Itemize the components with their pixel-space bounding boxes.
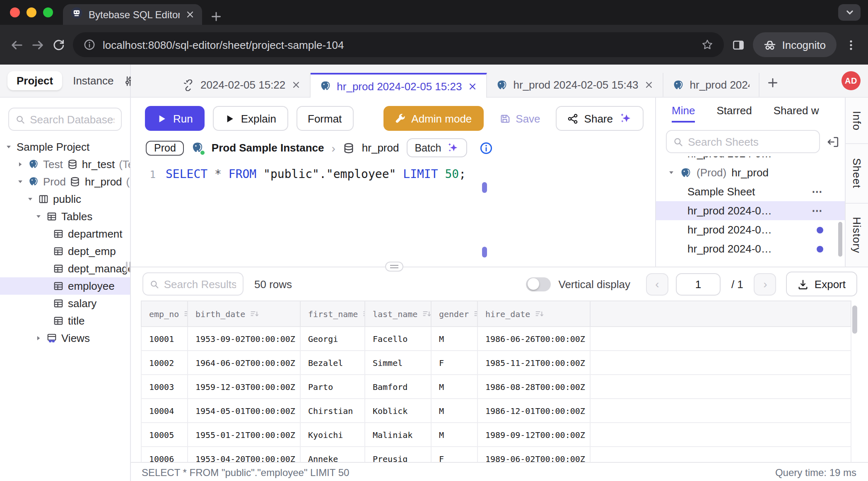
tree-item-dept_manager[interactable]: dept_manager: [0, 260, 130, 277]
tree-item-hr_test[interactable]: Testhr_test(Test…: [0, 156, 130, 173]
query-tab-2[interactable]: hr_prod 2024-02-05 15:23: [310, 73, 487, 98]
format-button[interactable]: Format: [296, 106, 353, 131]
query-tab-3[interactable]: hr_prod 2024-02-05 15:43: [487, 73, 663, 97]
sheet-item-2[interactable]: Sample Sheet⋯: [656, 182, 845, 201]
close-window-button[interactable]: [10, 7, 20, 17]
query-tab-1[interactable]: 2024-02-05 15:22: [174, 73, 310, 97]
sidebar-tab-project[interactable]: Project: [7, 71, 62, 90]
share-button[interactable]: Share: [556, 106, 644, 131]
query-tab-4[interactable]: hr_prod 2024-0: [663, 73, 760, 97]
table-row[interactable]: 100021964-06-02T00:00:00ZBezalelSimmelF1…: [142, 351, 851, 375]
table-row[interactable]: 100061953-04-20T00:00:00ZAnnekePreusigF1…: [142, 447, 851, 462]
new-query-tab-button[interactable]: [767, 77, 779, 88]
side-tab-Sheet[interactable]: Sheet: [846, 144, 868, 204]
column-header-emp_no[interactable]: emp_no: [142, 301, 188, 326]
sheet-scrollbar[interactable]: [838, 222, 842, 257]
results-table-header: emp_nobirth_datefirst_namelast_namegende…: [141, 301, 851, 327]
browser-tab[interactable]: Bytebase SQL Editor: [63, 4, 202, 25]
database-search: [8, 108, 122, 131]
vertical-display-toggle[interactable]: [526, 277, 551, 291]
column-header-gender[interactable]: gender: [432, 301, 478, 326]
table-cell: Chirstian: [301, 399, 365, 423]
column-header-birth_date[interactable]: birth_date: [188, 301, 301, 326]
breadcrumb-database[interactable]: hr_prod: [362, 142, 399, 154]
collapse-panel-icon[interactable]: [827, 135, 839, 148]
side-tab-Info[interactable]: Info: [846, 98, 868, 144]
sheet-tab-Mine[interactable]: Mine: [672, 104, 695, 123]
table-cell: 1953-04-20T00:00:00Z: [188, 447, 301, 462]
results-search-input[interactable]: [164, 278, 236, 290]
run-button[interactable]: Run: [145, 106, 205, 131]
tree-item-title[interactable]: title: [0, 312, 130, 329]
sheet-group[interactable]: (Prod)hr_prod: [656, 163, 845, 182]
info-icon[interactable]: [479, 141, 492, 154]
panel-resize-handle[interactable]: [385, 262, 403, 272]
column-header-hire_date[interactable]: hire_date: [478, 301, 591, 326]
tree-item-department[interactable]: department: [0, 225, 130, 243]
sheet-item-0[interactable]: hr_prod 2024-0…: [656, 156, 845, 163]
zoom-window-button[interactable]: [43, 7, 53, 17]
column-header-last_name[interactable]: last_name: [365, 301, 432, 326]
page-input[interactable]: [676, 273, 721, 295]
tree-item-Tables[interactable]: Tables: [0, 208, 130, 225]
tree-item-salary[interactable]: salary: [0, 295, 130, 312]
incognito-badge[interactable]: Incognito: [753, 32, 837, 57]
caret-down-icon: [5, 143, 12, 151]
split-view-icon[interactable]: [732, 38, 745, 51]
save-button[interactable]: Save: [492, 106, 547, 131]
tree-item-hr_prod[interactable]: Prodhr_prod(Pr…: [0, 173, 130, 190]
reload-icon[interactable]: [52, 38, 65, 51]
sheet-tab-Starred[interactable]: Starred: [716, 104, 752, 123]
table-cell: M: [432, 423, 478, 447]
sheet-tab-Shared w[interactable]: Shared w: [774, 104, 819, 123]
browser-menu-icon[interactable]: [845, 38, 857, 51]
url-bar[interactable]: localhost:8080/sql-editor/sheet/project-…: [73, 32, 724, 57]
table-icon: [46, 211, 57, 222]
forward-icon[interactable]: [31, 38, 44, 51]
sheet-item-5[interactable]: hr_prod 2024-0…: [656, 239, 845, 257]
table-cell: 10004: [142, 399, 188, 423]
explain-button[interactable]: Explain: [213, 106, 288, 131]
user-avatar[interactable]: AD: [841, 71, 861, 90]
table-row[interactable]: 100031959-12-03T00:00:00ZPartoBamfordM19…: [142, 375, 851, 399]
sql-editor[interactable]: 1 SELECT * FROM "public"."employee" LIMI…: [131, 161, 655, 267]
site-info-icon[interactable]: [84, 39, 95, 51]
table-row[interactable]: 100011953-09-02T00:00:00ZGeorgiFacelloM1…: [142, 327, 851, 351]
prev-page-button[interactable]: ‹: [646, 273, 668, 295]
browser-tab-title: Bytebase SQL Editor: [89, 9, 180, 20]
database-search-input[interactable]: [30, 113, 114, 125]
sheet-menu-icon[interactable]: ⋯: [812, 204, 823, 217]
titlebar-chevron-button[interactable]: [838, 4, 861, 21]
tree-item-public[interactable]: public: [0, 190, 130, 208]
table-cell: [591, 351, 851, 375]
sidebar-tab-instance[interactable]: Instance: [64, 71, 123, 90]
minimize-window-button[interactable]: [27, 7, 36, 17]
table-row[interactable]: 100051955-01-21T00:00:00ZKyoichiMaliniak…: [142, 423, 851, 447]
admin-mode-button[interactable]: Admin mode: [383, 106, 483, 131]
next-page-button[interactable]: ›: [754, 273, 776, 295]
results-scrollbar[interactable]: [852, 305, 857, 334]
side-tab-History[interactable]: History: [846, 204, 868, 267]
database-icon: [343, 142, 354, 154]
sidebar-resize-handle[interactable]: [126, 262, 131, 272]
back-icon[interactable]: [11, 38, 23, 51]
browser-new-tab-button[interactable]: [210, 11, 222, 22]
table-row[interactable]: 100041954-05-01T00:00:00ZChirstianKoblic…: [142, 399, 851, 423]
tree-item-Views[interactable]: Views: [0, 329, 130, 347]
tree-item-Sample Project[interactable]: Sample Project: [0, 138, 130, 156]
batch-button[interactable]: Batch: [406, 138, 467, 157]
sheet-search-input[interactable]: [688, 135, 813, 148]
tree-item-employee[interactable]: employee: [0, 277, 130, 295]
table-cell: 1986-08-28T00:00:00Z: [478, 375, 591, 399]
tree-item-dept_emp[interactable]: dept_emp: [0, 243, 130, 260]
browser-tab-close-icon[interactable]: [186, 10, 195, 19]
export-button[interactable]: Export: [786, 272, 857, 296]
sheet-menu-icon[interactable]: ⋯: [812, 185, 823, 198]
breadcrumb-instance[interactable]: Prod Sample Instance: [212, 142, 324, 154]
table-cell: M: [432, 327, 478, 351]
sheet-item-4[interactable]: hr_prod 2024-0…: [656, 220, 845, 239]
bookmark-star-icon[interactable]: [702, 39, 713, 51]
table-cell: 1959-12-03T00:00:00Z: [188, 375, 301, 399]
sheet-item-3[interactable]: hr_prod 2024-0…⋯: [656, 201, 845, 220]
column-header-first_name[interactable]: first_name: [301, 301, 365, 326]
